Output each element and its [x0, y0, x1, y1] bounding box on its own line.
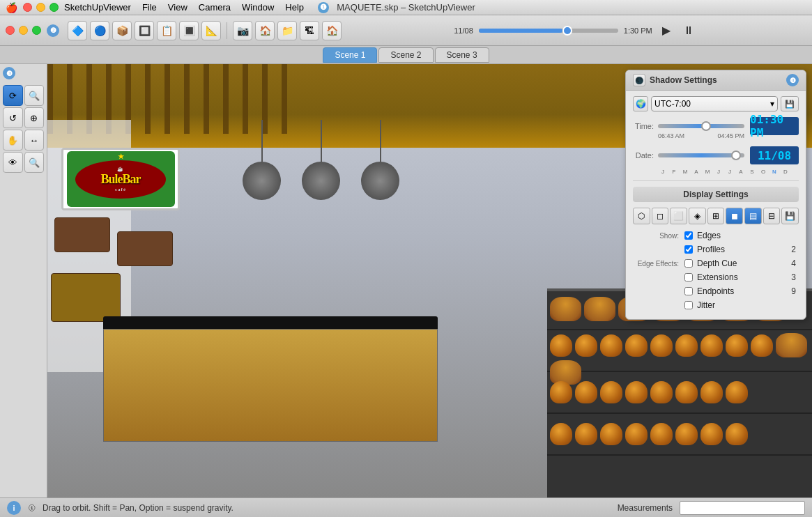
menu-window[interactable]: Window	[242, 2, 274, 13]
disp-btn-4[interactable]: ◈	[689, 208, 706, 224]
toolbar-btn-2[interactable]: 🔵	[90, 21, 109, 40]
scene-tab-3[interactable]: Scene 3	[435, 47, 489, 63]
toolbar-btn-5[interactable]: 📋	[157, 21, 176, 40]
time-thumb[interactable]	[701, 121, 711, 131]
toolbar-btn-3[interactable]: 📦	[112, 21, 132, 40]
bread-8	[776, 333, 807, 357]
time-slider[interactable]: 06:43 AM 04:45 PM	[658, 119, 744, 133]
zoom2-btn[interactable]: ⊕	[24, 107, 45, 128]
lt-row-1: ⟳ 🔍	[3, 85, 44, 106]
menu-bar: SketchUpViewer File View Camera Window H…	[64, 2, 329, 13]
toolbar-btn-4[interactable]: 🔲	[135, 21, 154, 40]
timeline-position-label: 11/08	[454, 26, 473, 35]
month-M1: M	[680, 169, 690, 175]
info-button[interactable]: i	[7, 501, 21, 515]
menu-help[interactable]: Help	[285, 2, 304, 13]
timeline-track[interactable]	[479, 29, 618, 33]
roll-9	[751, 334, 773, 357]
shelf-row-2	[547, 330, 812, 372]
show-label: Show:	[636, 232, 684, 240]
select-btn[interactable]: ↔	[24, 130, 45, 151]
profiles-checkbox[interactable]	[684, 245, 693, 254]
toolbar-btn-7[interactable]: 📐	[201, 21, 221, 40]
endpoints-group: Endpoints	[684, 286, 734, 296]
menu-app[interactable]: SketchUpViewer	[64, 2, 131, 13]
pendant-shade-2	[302, 162, 340, 200]
timeline-area: 11/08 1:30 PM ▶ ⏸	[344, 22, 806, 39]
3d-viewport[interactable]: ★ ☕ BuleBar café	[47, 64, 812, 497]
profiles-label: Profiles	[697, 245, 725, 254]
toolbar-btn-9[interactable]: 🏠	[255, 21, 275, 40]
timeline-thumb[interactable]	[562, 26, 572, 36]
edge-effects-label: Edge Effects:	[636, 260, 684, 268]
logo-sub-text: café	[115, 187, 126, 192]
menu-camera[interactable]: Camera	[199, 2, 231, 13]
pendant-1	[243, 120, 281, 200]
disp-btn-6[interactable]: ◼	[726, 208, 743, 224]
bakery-display	[547, 288, 812, 497]
maximize-button[interactable]	[49, 3, 59, 12]
disp-btn-3[interactable]: ⬜	[670, 208, 687, 224]
toolbar-max[interactable]	[32, 26, 41, 35]
toolbar-btn-1[interactable]: 🔷	[68, 21, 87, 40]
apple-menu-icon[interactable]: 🍎	[6, 2, 17, 13]
scene-tab-2[interactable]: Scene 2	[378, 47, 433, 63]
endpoints-checkbox[interactable]	[684, 287, 693, 295]
depth-cue-group: Depth Cue	[684, 258, 737, 268]
close-button[interactable]	[23, 3, 32, 12]
toolbar-btn-12[interactable]: 🏠	[322, 21, 342, 40]
edges-group: Edges	[684, 231, 721, 240]
disp-btn-8[interactable]: ⊟	[763, 208, 781, 224]
date-slider[interactable]	[658, 148, 744, 162]
save-timezone-btn[interactable]: 💾	[781, 96, 799, 111]
extensions-value: 3	[782, 272, 796, 282]
month-N: N	[769, 169, 779, 175]
toolbar-min[interactable]	[19, 26, 28, 35]
orbit-tool-btn[interactable]: ⟳	[3, 85, 23, 106]
date-thumb[interactable]	[731, 151, 741, 160]
jitter-label: Jitter	[697, 300, 715, 310]
disp-btn-7[interactable]: ▤	[744, 208, 762, 224]
month-F: F	[669, 169, 679, 175]
profiles-row: Profiles 2	[633, 244, 799, 255]
rotate-btn[interactable]: ↺	[3, 107, 23, 128]
roll-4	[625, 334, 648, 357]
menu-file[interactable]: File	[142, 2, 157, 13]
edges-row: Show: Edges	[633, 230, 799, 241]
extensions-checkbox[interactable]	[684, 273, 693, 281]
minimize-button[interactable]	[36, 3, 45, 12]
toolbar-close[interactable]	[6, 26, 15, 35]
help-badge[interactable]: ❶	[318, 2, 329, 13]
toolbar-btn-11[interactable]: 🏗	[300, 21, 319, 40]
zoom-tool-btn[interactable]: 🔍	[24, 85, 45, 106]
depth-cue-value: 4	[782, 258, 796, 268]
pan-btn[interactable]: ✋	[3, 130, 23, 151]
measurements-input[interactable]	[680, 501, 805, 515]
disp-btn-1[interactable]: ⬡	[633, 208, 650, 224]
search-tool-btn[interactable]: 🔍	[24, 152, 45, 173]
disp-save-btn[interactable]: 💾	[781, 208, 799, 224]
view-btn[interactable]: 👁	[3, 152, 23, 173]
scene-tabs-bar: Scene 1 Scene 2 Scene 3	[0, 46, 812, 64]
toolbar-btn-8[interactable]: 📷	[233, 21, 252, 40]
disp-btn-5[interactable]: ⊞	[707, 208, 725, 224]
scene-tab-1[interactable]: Scene 1	[323, 47, 377, 63]
roll-23	[675, 423, 698, 445]
timezone-select[interactable]: UTC-7:00 ▾	[651, 96, 778, 111]
pause-button[interactable]: ⏸	[680, 22, 697, 39]
time-label: Time:	[633, 122, 658, 130]
edges-checkbox[interactable]	[684, 231, 693, 240]
time-value-display: 01:30 PM	[750, 117, 799, 135]
roll-18	[550, 423, 572, 445]
menu-view[interactable]: View	[168, 2, 187, 13]
disp-btn-2[interactable]: ◻	[652, 208, 669, 224]
month-A2: A	[736, 169, 746, 175]
roll-22	[650, 423, 673, 445]
play-button[interactable]: ▶	[658, 22, 675, 39]
pendant-3	[361, 120, 399, 200]
toolbar-btn-6[interactable]: 🔳	[179, 21, 199, 40]
toolbar-btn-10[interactable]: 📁	[277, 21, 297, 40]
depth-cue-checkbox[interactable]	[684, 259, 693, 268]
jitter-checkbox[interactable]	[684, 301, 693, 309]
timezone-value: UTC-7:00	[654, 99, 691, 109]
